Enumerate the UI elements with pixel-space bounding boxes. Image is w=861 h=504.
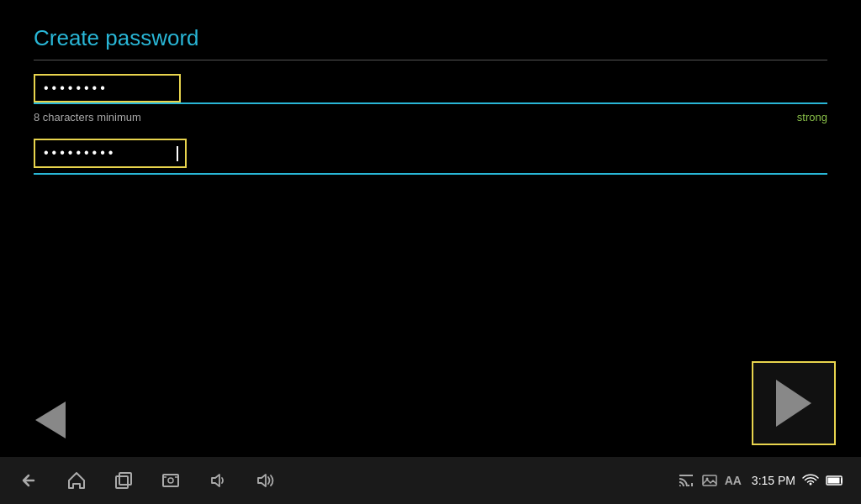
next-button[interactable] (752, 361, 836, 445)
svg-rect-4 (703, 475, 716, 486)
image-icon (701, 472, 718, 489)
text-cursor (177, 146, 178, 161)
svg-point-3 (168, 478, 173, 483)
password-hint: 8 characters minimum (34, 111, 141, 123)
prev-button[interactable] (25, 395, 76, 445)
status-bar: AA 3:15 PM (678, 472, 844, 489)
password-input-1[interactable] (42, 81, 172, 96)
password-strength: strong (797, 111, 827, 123)
svg-rect-7 (828, 478, 840, 484)
nav-left-icons (17, 469, 276, 492)
svg-rect-2 (163, 475, 178, 486)
divider (34, 60, 827, 60)
password-field-2-group (34, 139, 827, 175)
password-input-2[interactable] (42, 145, 172, 160)
prev-arrow-icon (35, 402, 66, 438)
battery-icon (826, 475, 844, 486)
wifi-icon (802, 472, 819, 489)
time-display: 3:15 PM (752, 474, 795, 487)
svg-rect-1 (119, 473, 131, 485)
volume-up-icon[interactable] (254, 470, 276, 491)
input-hint-row: 8 characters minimum strong (34, 108, 827, 123)
keyboard-settings-icon: AA (725, 474, 742, 487)
main-content: Create password 8 characters minimum str… (0, 0, 861, 457)
cast-icon (678, 472, 695, 489)
volume-down-icon[interactable] (207, 470, 229, 491)
home-icon[interactable] (66, 470, 87, 491)
nav-bar: AA 3:15 PM (0, 457, 861, 504)
screenshot-icon[interactable] (160, 470, 182, 491)
next-arrow-icon (776, 380, 811, 427)
back-icon[interactable] (17, 469, 40, 492)
svg-rect-0 (116, 476, 128, 488)
page-title: Create password (34, 25, 827, 51)
recent-apps-icon[interactable] (113, 470, 135, 491)
password-field-1-group (34, 74, 827, 104)
